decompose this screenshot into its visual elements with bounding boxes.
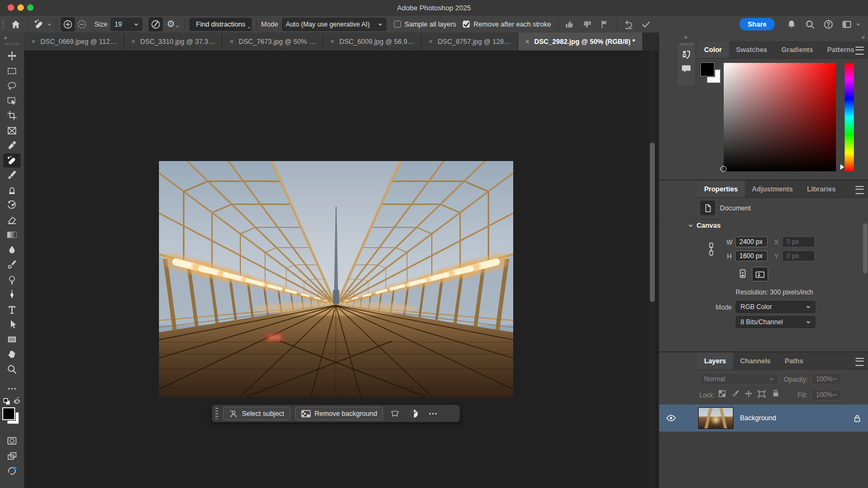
size-dropdown[interactable]: 19 — [111, 18, 142, 31]
options-bar-grip[interactable] — [2, 19, 4, 30]
tool-move[interactable] — [3, 49, 21, 63]
brush-angle-button[interactable] — [149, 17, 163, 31]
comments-button[interactable] — [677, 60, 695, 74]
collapse-panels-icon[interactable]: « — [684, 34, 687, 40]
canvas-section-chevron-icon[interactable] — [688, 223, 693, 228]
canvas-height-field[interactable]: 1600 px — [735, 251, 768, 261]
tool-spot-healing-brush[interactable] — [3, 153, 21, 168]
workspace-switcher-button[interactable] — [840, 17, 854, 31]
tool-gradient[interactable] — [3, 228, 21, 242]
tool-object-selection[interactable] — [3, 94, 21, 108]
tool-lasso[interactable] — [3, 79, 21, 93]
opacity-field[interactable]: 100% — [811, 373, 841, 385]
sync-button[interactable] — [3, 464, 21, 478]
tool-crop[interactable] — [3, 108, 21, 123]
chevron-down-icon[interactable] — [856, 22, 860, 27]
tab-layers[interactable]: Layers — [697, 352, 733, 369]
orientation-portrait-button[interactable] — [736, 267, 750, 280]
color-panel-swatches[interactable] — [700, 62, 722, 85]
quick-mask-button[interactable] — [3, 434, 21, 448]
document-image[interactable] — [159, 161, 513, 397]
link-dimensions-icon[interactable] — [707, 240, 716, 259]
tool-blur[interactable] — [3, 243, 21, 257]
current-tool-preview[interactable] — [32, 17, 46, 31]
lock-artboard-icon[interactable] — [757, 389, 766, 398]
fill-field[interactable]: 100% — [811, 389, 841, 401]
layer-thumbnail[interactable] — [698, 407, 733, 429]
adjustments-preset-button[interactable] — [407, 407, 421, 421]
tab-close-icon[interactable]: × — [31, 37, 36, 46]
tool-dodge[interactable] — [3, 273, 21, 287]
minimize-window-button[interactable] — [17, 4, 24, 11]
canvas-scrollbar-thumb[interactable] — [650, 143, 655, 302]
saturation-brightness-field[interactable] — [724, 63, 836, 171]
tool-eyedropper[interactable] — [3, 138, 21, 152]
color-panel-menu-icon[interactable] — [856, 47, 864, 55]
tab-close-icon[interactable]: × — [229, 37, 234, 46]
tool-brush[interactable] — [3, 168, 21, 182]
tab-close-icon[interactable]: × — [330, 37, 335, 46]
feedback-positive-button[interactable] — [563, 17, 577, 31]
properties-scrollbar-thumb[interactable] — [863, 223, 867, 273]
tab-color[interactable]: Color — [697, 41, 729, 58]
add-to-selection-button[interactable] — [61, 17, 75, 31]
tab-properties[interactable]: Properties — [697, 181, 745, 197]
tool-frame[interactable] — [3, 124, 21, 138]
canvas-section-header[interactable]: Canvas — [697, 222, 720, 229]
remove-after-each-stroke-checkbox[interactable]: Remove after each stroke — [463, 21, 551, 28]
hue-slider[interactable] — [845, 63, 854, 171]
select-subject-button[interactable]: Select subject — [223, 407, 290, 420]
canvas-width-field[interactable]: 2400 px — [735, 236, 768, 247]
canvas-x-field[interactable]: 0 px — [782, 236, 815, 247]
tool-rail-grip[interactable] — [5, 43, 19, 46]
tool-history-brush[interactable] — [3, 198, 21, 212]
close-window-button[interactable] — [8, 4, 14, 11]
tool-preset-chevron-icon[interactable] — [47, 22, 52, 27]
tool-mixer-brush[interactable] — [3, 258, 21, 272]
lock-image-icon[interactable] — [731, 389, 740, 398]
document-tab[interactable]: ×DSC_6009.jpg @ 56.9… — [323, 33, 422, 50]
tab-channels[interactable]: Channels — [733, 352, 777, 369]
expand-panels-icon[interactable]: » — [861, 34, 864, 40]
color-field-marker[interactable] — [720, 166, 726, 172]
help-button[interactable] — [821, 17, 835, 31]
home-button[interactable] — [9, 17, 23, 31]
task-bar-more-button[interactable] — [426, 407, 440, 421]
transform-image-button[interactable] — [388, 407, 402, 421]
color-mode-dropdown[interactable]: RGB Color — [736, 301, 815, 313]
swap-colors-icon[interactable] — [12, 397, 21, 406]
tab-adjustments[interactable]: Adjustments — [745, 181, 800, 197]
mode-dropdown[interactable]: Auto (May use generative AI) — [282, 18, 386, 31]
canvas-y-field[interactable]: 0 px — [782, 251, 815, 261]
subtract-from-selection-button[interactable] — [75, 17, 89, 31]
notifications-button[interactable] — [784, 17, 799, 31]
document-tab-active[interactable]: ×DSC_2982.jpg @ 50% (RGB/8) * — [518, 33, 642, 50]
tool-hand[interactable] — [3, 347, 21, 361]
tool-rectangular-marquee[interactable] — [3, 64, 21, 78]
tool-clone-stamp[interactable] — [3, 183, 21, 197]
tab-libraries[interactable]: Libraries — [800, 181, 843, 197]
zoom-window-button[interactable] — [27, 4, 34, 11]
task-bar-grip[interactable] — [215, 408, 218, 419]
tool-pen[interactable] — [3, 287, 21, 301]
bit-depth-dropdown[interactable]: 8 Bits/Channel — [736, 316, 815, 328]
expand-tools-icon[interactable]: » — [0, 33, 24, 41]
panel-strip-grip[interactable] — [680, 43, 692, 46]
report-flag-button[interactable] — [597, 17, 611, 31]
foreground-background-swatches[interactable] — [2, 407, 22, 431]
remove-background-button[interactable]: Remove background — [295, 407, 383, 420]
tab-paths[interactable]: Paths — [778, 352, 810, 369]
tab-close-icon[interactable]: × — [525, 37, 529, 46]
default-colors-icon[interactable] — [3, 397, 11, 406]
document-tab[interactable]: ×DSC_0669.jpeg @ 112… — [24, 33, 124, 50]
search-button[interactable] — [803, 17, 817, 31]
layer-name[interactable]: Background — [740, 414, 776, 422]
tab-close-icon[interactable]: × — [429, 37, 433, 46]
commit-button[interactable] — [639, 17, 653, 31]
tool-zoom[interactable] — [3, 362, 21, 376]
foreground-color-swatch[interactable] — [700, 62, 714, 76]
tool-type[interactable] — [3, 303, 21, 317]
lock-position-icon[interactable] — [744, 389, 753, 398]
tab-gradients[interactable]: Gradients — [774, 41, 820, 58]
sample-all-layers-checkbox[interactable]: Sample all layers — [394, 21, 456, 28]
